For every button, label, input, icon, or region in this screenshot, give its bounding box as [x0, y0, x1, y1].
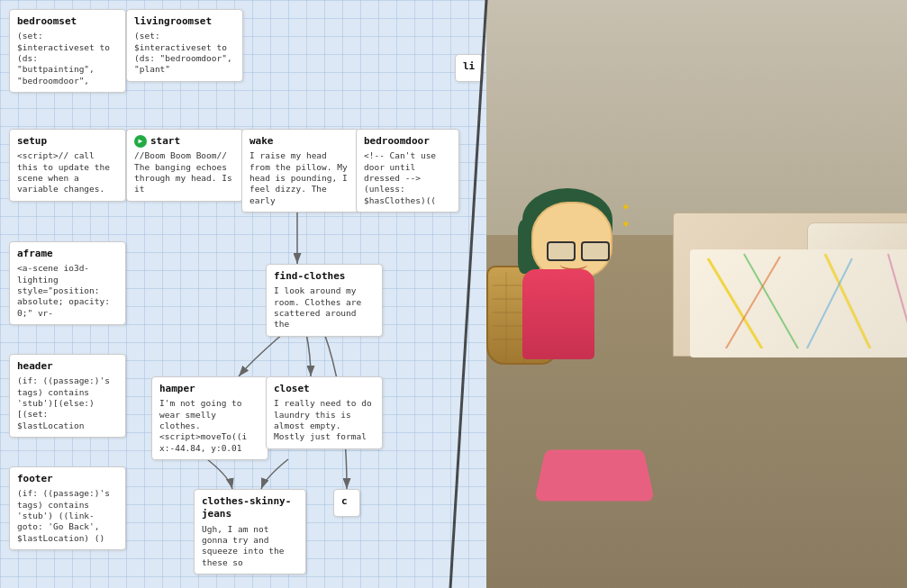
- svg-line-15: [807, 258, 852, 348]
- node-find-clothes-content: I look around my room. Clothes are scatt…: [274, 285, 375, 330]
- node-bedroomset-content: (set: $interactiveset to (ds: "buttpaint…: [17, 31, 118, 86]
- node-bedroomdoor-content: <!-- Can't use door until dressed -->(un…: [364, 150, 451, 206]
- node-footer-title: footer: [17, 473, 118, 485]
- node-find-clothes[interactable]: find-clothes I look around my room. Clot…: [266, 264, 383, 337]
- svg-line-16: [888, 254, 907, 348]
- node-header-title: header: [17, 360, 118, 373]
- bed-frame: [673, 213, 907, 357]
- node-header-content: (if: ((passage:)'s tags) contains 'stub'…: [17, 375, 118, 431]
- node-clothes-skinny-jeans-title: clothes-skinny-jeans: [202, 495, 298, 521]
- floor-mat: [534, 449, 655, 501]
- node-livingroomset[interactable]: livingroomset (set: $interactiveset to (…: [126, 9, 243, 82]
- node-li[interactable]: li: [455, 54, 483, 82]
- node-footer[interactable]: footer (if: ((passage:)'s tags) contains…: [9, 466, 126, 550]
- node-start-title: ▶ start: [134, 135, 235, 148]
- node-c[interactable]: c: [333, 489, 360, 517]
- character-glasses: [547, 241, 610, 261]
- node-wake[interactable]: wake I raise my head from the pillow. My…: [241, 129, 358, 213]
- game-character: ✦✦: [513, 202, 639, 382]
- game-view: ✦✦: [486, 0, 907, 588]
- character-stars: ✦✦: [621, 197, 658, 242]
- character-head: [531, 202, 612, 278]
- node-setup[interactable]: setup <script>// call this to update the…: [9, 129, 126, 202]
- character-body: [522, 269, 594, 359]
- node-setup-title: setup: [17, 135, 118, 148]
- node-closet-content: I really need to do laundry this is almo…: [274, 398, 375, 442]
- node-livingroomset-content: (set: $interactiveset to (ds: "bedroomdo…: [134, 31, 235, 75]
- node-closet[interactable]: closet I really need to do laundry this …: [266, 376, 383, 449]
- graph-editor[interactable]: bedroomset (set: $interactiveset to (ds:…: [0, 0, 486, 588]
- bed-sheet: [690, 249, 907, 357]
- node-wake-title: wake: [249, 135, 350, 148]
- node-setup-content: <script>// call this to update the scene…: [17, 150, 118, 194]
- node-clothes-skinny-jeans[interactable]: clothes-skinny-jeans Ugh, I am not gonna…: [194, 489, 306, 574]
- sheet-pattern: [690, 249, 907, 348]
- node-hamper-content: I'm not going to wear smelly clothes. <s…: [159, 398, 260, 454]
- node-bedroomdoor-title: bedroomdoor: [364, 135, 451, 148]
- node-find-clothes-title: find-clothes: [274, 270, 375, 283]
- game-bed: [655, 176, 907, 357]
- node-clothes-skinny-jeans-content: Ugh, I am not gonna try and squeeze into…: [202, 524, 298, 568]
- node-hamper-title: hamper: [159, 383, 260, 395]
- node-footer-content: (if: ((passage:)'s tags) contains 'stub'…: [17, 488, 118, 544]
- node-aframe[interactable]: aframe <a-scene io3d-lighting style="pos…: [9, 241, 126, 325]
- node-bedroomset[interactable]: bedroomset (set: $interactiveset to (ds:…: [9, 9, 126, 93]
- node-aframe-title: aframe: [17, 248, 118, 260]
- node-livingroomset-title: livingroomset: [134, 15, 235, 28]
- node-header[interactable]: header (if: ((passage:)'s tags) contains…: [9, 354, 126, 438]
- node-c-title: c: [341, 495, 352, 508]
- node-bedroomdoor[interactable]: bedroomdoor <!-- Can't use door until dr…: [356, 129, 459, 213]
- node-closet-title: closet: [274, 383, 375, 395]
- node-li-title: li: [463, 60, 475, 73]
- start-icon: ▶: [134, 135, 147, 148]
- node-hamper[interactable]: hamper I'm not going to wear smelly clot…: [151, 376, 268, 460]
- node-aframe-content: <a-scene io3d-lighting style="position: …: [17, 263, 118, 319]
- node-start-content: //Boom Boom Boom// The banging echoes th…: [134, 150, 235, 194]
- node-start[interactable]: ▶ start //Boom Boom Boom// The banging e…: [126, 129, 243, 202]
- node-bedroomset-title: bedroomset: [17, 15, 118, 28]
- node-wake-content: I raise my head from the pillow. My head…: [249, 150, 350, 206]
